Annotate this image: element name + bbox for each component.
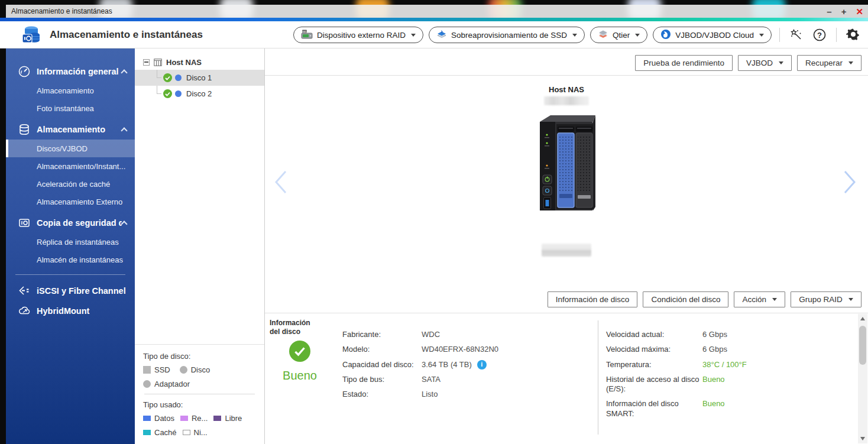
field-row: Fabricante: WDC <box>342 330 591 339</box>
help-icon[interactable]: ? <box>811 26 828 44</box>
legend-item-cache: Caché <box>143 428 177 437</box>
sidebar-item-almacen-instantaneas[interactable]: Almacén de instantáneas <box>6 251 135 268</box>
chevron-up-icon <box>121 221 127 227</box>
chevron-down-icon <box>848 298 853 301</box>
sidebar-section-label: Almacenamiento <box>37 125 122 134</box>
tab-action[interactable]: Acción <box>734 291 785 307</box>
desktop-strip: Almacenamiento e instantáneas – + ✕ <box>0 0 868 18</box>
status-ok-icon <box>163 89 172 98</box>
vertical-divider <box>598 320 598 435</box>
divider <box>265 75 868 76</box>
svg-text:RAID: RAID <box>302 30 307 33</box>
chevron-down-icon <box>411 34 416 37</box>
carousel-prev-arrow[interactable] <box>273 169 289 197</box>
minimize-button[interactable]: – <box>827 7 831 16</box>
re-swatch <box>180 416 188 421</box>
scrollbar-thumb[interactable] <box>859 326 866 365</box>
sidebar: Información general Almacenamiento Foto … <box>6 48 135 444</box>
vjbod-button[interactable]: VJBOD <box>738 55 792 71</box>
tree-node-label: Disco 2 <box>186 89 212 98</box>
cloud-icon <box>18 304 31 317</box>
device-tree-panel: Host NAS Disco 1 Disco 2 <box>135 48 265 444</box>
ssd-overprovisioning-icon <box>436 30 447 41</box>
device-title: Host NAS <box>549 85 584 94</box>
legend-divider <box>144 394 255 394</box>
recover-button[interactable]: Recuperar <box>797 55 861 71</box>
legend-item-adaptador: Adaptador <box>143 380 190 388</box>
vjbod-icon <box>660 29 671 41</box>
scroll-down-arrow[interactable] <box>858 434 867 443</box>
maximize-button[interactable]: + <box>841 7 847 16</box>
vjbod-dropdown[interactable]: VJBOD/VJBOD Cloud <box>653 27 772 43</box>
tree-node-disco-2[interactable]: Disco 2 <box>135 86 264 102</box>
iscsi-icon <box>18 284 31 297</box>
divider <box>779 28 780 42</box>
chevron-down-icon <box>848 61 853 64</box>
tab-raid-group[interactable]: Grupo RAID <box>791 291 861 307</box>
sidebar-item-replica-instantaneas[interactable]: Réplica de instantáneas <box>6 233 135 251</box>
chevron-down-icon <box>572 34 577 37</box>
sidebar-item-almacenamiento[interactable]: Almacenamiento <box>6 82 135 99</box>
sidebar-item-iscsi-fibre[interactable]: iSCSI y Fibre Channel <box>6 281 135 301</box>
sidebar-section-overview[interactable]: Información general <box>6 61 135 82</box>
field-row: Tipo de bus: SATA <box>342 375 591 384</box>
sidebar-divider <box>15 274 125 275</box>
gear-icon[interactable] <box>844 26 862 44</box>
sidebar-item-discos-vjbod[interactable]: Discos/VJBOD <box>6 140 135 157</box>
ssd-overprovisioning-label: Sobreaprovisionamiento de SSD <box>451 31 567 40</box>
tree-connector <box>157 70 161 78</box>
legend-item-datos: Datos <box>143 414 174 423</box>
legend-disk-type-title: Tipo de disco: <box>143 352 256 361</box>
chevron-up-icon <box>121 69 127 76</box>
external-raid-dropdown[interactable]: RAID Dispositivo externo RAID <box>293 27 423 43</box>
legend: Tipo de disco: SSD Disco Adaptador <box>135 344 264 444</box>
sidebar-item-almacenamiento-instant[interactable]: Almacenamiento/Instant... <box>6 157 135 175</box>
ssd-overprovisioning-dropdown[interactable]: Sobreaprovisionamiento de SSD <box>429 27 585 43</box>
main-panel: Prueba de rendimiento VJBOD Recuperar Ho… <box>265 48 868 444</box>
legend-used-type-title: Tipo usado: <box>143 400 256 409</box>
window-title: Almacenamiento e instantáneas <box>6 7 112 15</box>
performance-test-button[interactable]: Prueba de rendimiento <box>635 55 733 71</box>
tab-disk-health[interactable]: Condición del disco <box>643 291 728 307</box>
sidebar-section-label: Información general <box>37 67 122 76</box>
info-panel-title: Información del disco <box>270 319 322 336</box>
sidebar-item-almacenamiento-externo[interactable]: Almacenamiento Externo <box>6 193 135 210</box>
tree-root-host-nas[interactable]: Host NAS <box>135 54 264 70</box>
window-titlebar: Almacenamiento e instantáneas – + ✕ <box>6 5 868 18</box>
chevron-down-icon <box>635 34 640 37</box>
header-actions: RAID Dispositivo externo RAID <box>293 21 862 48</box>
capacity-info-icon[interactable]: i <box>477 360 487 370</box>
qtier-dropdown[interactable]: Qtier <box>590 27 647 43</box>
carousel-next-arrow[interactable] <box>842 169 857 197</box>
libre-swatch <box>213 416 221 421</box>
field-row: Historial de acceso al disco (E/S): Buen… <box>606 375 843 394</box>
window-controls: – + ✕ <box>827 5 863 18</box>
tab-disk-information[interactable]: Información de disco <box>548 291 638 307</box>
wizard-wand-icon[interactable] <box>788 26 805 44</box>
sidebar-item-hybridmount[interactable]: HybridMount <box>6 301 135 321</box>
sidebar-item-label: iSCSI y Fibre Channel <box>37 286 127 296</box>
tree-node-label: Disco 1 <box>186 73 212 82</box>
legend-item-libre: Libre <box>213 414 242 423</box>
chevron-down-icon <box>779 61 783 64</box>
sidebar-item-foto-instantanea[interactable]: Foto instantánea <box>6 99 135 117</box>
ni-swatch <box>183 430 190 435</box>
sidebar-item-label: HybridMount <box>37 306 127 316</box>
chevron-up-icon <box>121 127 127 134</box>
adaptador-swatch <box>143 380 151 388</box>
sidebar-section-backup[interactable]: Copia de seguridad d... <box>6 213 135 233</box>
tree-collapse-icon[interactable] <box>143 59 150 66</box>
nas-device-image[interactable] <box>535 112 598 216</box>
sidebar-section-storage[interactable]: Almacenamiento <box>6 119 135 140</box>
scroll-up-arrow[interactable] <box>858 314 867 323</box>
field-row: Capacidad del disco: 3.64 TB (4 TB) i <box>342 360 591 370</box>
device-tree: Host NAS Disco 1 Disco 2 <box>135 48 264 344</box>
disk-type-dot-icon <box>175 90 182 97</box>
sidebar-item-aceleracion-cache[interactable]: Aceleración de caché <box>6 175 135 193</box>
close-button[interactable]: ✕ <box>856 7 863 16</box>
info-panel-scrollbar[interactable] <box>858 314 867 443</box>
main-toolbar: Prueba de rendimiento VJBOD Recuperar <box>635 55 861 71</box>
legend-item-disco: Disco <box>180 365 210 374</box>
tree-node-disco-1[interactable]: Disco 1 <box>135 70 264 86</box>
disk-action-tabs: Información de disco Condición del disco… <box>548 291 861 307</box>
